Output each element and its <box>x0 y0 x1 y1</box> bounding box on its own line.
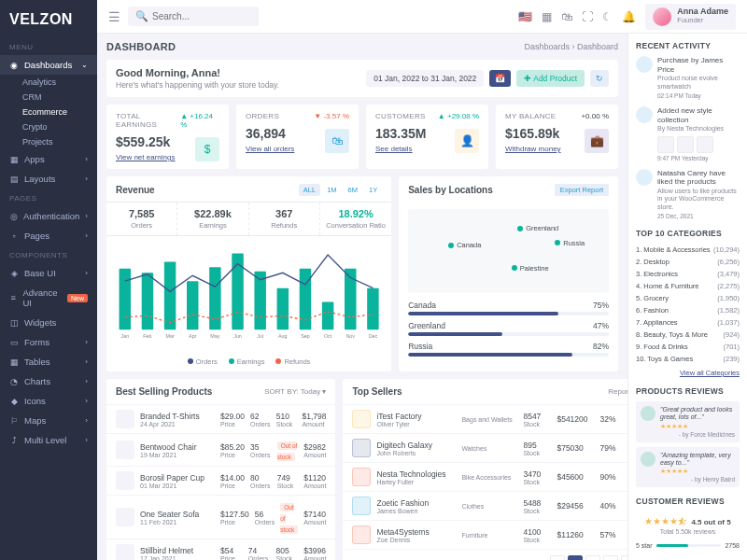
flag-icon[interactable]: 🇺🇸 <box>518 10 532 23</box>
category-row[interactable]: 3. Electronics(3,479) <box>636 268 740 280</box>
brand-logo: VELZON <box>0 7 97 37</box>
review-item: "Amazing template, very easy to..."★★★★★… <box>636 447 740 488</box>
revenue-card: Revenue ALL1M6M1Y 7,585Orders$22.89kEarn… <box>106 176 391 371</box>
report-dropdown[interactable]: Report ▾ <box>608 387 627 396</box>
share-icon: ⤴ <box>9 436 19 445</box>
table-row[interactable]: iTest FactoryOliver Tyler Bags and Walle… <box>343 404 627 433</box>
form-icon: ▭ <box>9 338 19 347</box>
page-prev[interactable]: ← <box>550 555 565 560</box>
sidebar-item-apps[interactable]: ▦Apps› <box>0 149 97 169</box>
table-row[interactable]: Zoetic FashionJames Bowen Clothes 5488St… <box>343 491 627 520</box>
hamburger-icon[interactable]: ☰ <box>108 9 120 24</box>
calendar-icon[interactable]: 📅 <box>489 70 511 87</box>
sidebar-sub-ecommerce[interactable]: Ecommerce <box>0 105 97 119</box>
category-row[interactable]: 4. Home & Furniture(2,275) <box>636 280 740 292</box>
seller-logo <box>352 497 371 515</box>
box-icon: ◈ <box>9 269 19 278</box>
menu-section: PAGES <box>0 189 97 206</box>
svg-rect-7 <box>277 288 289 330</box>
time-tab[interactable]: 1Y <box>364 184 382 196</box>
page-3[interactable]: 3 <box>603 555 618 560</box>
stat-link[interactable]: Withdraw money <box>505 145 561 153</box>
sidebar-sub-crm[interactable]: CRM <box>0 90 97 105</box>
stat-link[interactable]: View net earnings <box>116 153 175 161</box>
page-1[interactable]: 1 <box>568 555 583 560</box>
sidebar-sub-analytics[interactable]: Analytics <box>0 75 97 90</box>
sidebar-item-layouts[interactable]: ▤Layouts› <box>0 169 97 189</box>
moon-icon[interactable]: ☾ <box>602 10 613 23</box>
map-dot: Canada <box>448 241 481 249</box>
category-row[interactable]: 9. Food & Drinks(701) <box>636 341 740 353</box>
sidebar-item-charts[interactable]: ◔Charts› <box>0 371 97 391</box>
stat-link[interactable]: See details <box>375 145 426 153</box>
sidebar-item-forms[interactable]: ▭Forms› <box>0 332 97 352</box>
activity-avatar <box>636 56 653 73</box>
seller-logo <box>352 410 371 428</box>
sidebar-item-auth[interactable]: ◎Authentication› <box>0 206 97 226</box>
user-menu[interactable]: Anna Adame Founder <box>645 4 736 30</box>
category-row[interactable]: 2. Desktop(6,256) <box>636 256 740 268</box>
menu-section: MENU <box>0 37 97 55</box>
table-icon: ▦ <box>9 357 19 367</box>
revenue-title: Revenue <box>116 185 155 195</box>
apps-icon[interactable]: ▦ <box>542 10 552 23</box>
table-row[interactable]: Stillbird Helmet17 Jan 2021 $54Price 74O… <box>106 539 335 560</box>
export-button[interactable]: Export Report <box>555 184 609 196</box>
category-row[interactable]: 7. Appliances(1,037) <box>636 316 740 329</box>
add-product-button[interactable]: ✚ Add Product <box>516 70 585 87</box>
svg-text:May: May <box>210 333 219 339</box>
sidebar-item-widgets[interactable]: ◫Widgets <box>0 313 97 332</box>
table-row[interactable]: Bentwood Chair19 Mar 2021 $85.20Price 35… <box>106 433 335 466</box>
product-image <box>116 441 134 459</box>
time-tab[interactable]: ALL <box>299 184 320 196</box>
table-row[interactable]: Borosil Paper Cup01 Mar 2021 $14.00Price… <box>106 466 335 495</box>
svg-text:Jul: Jul <box>257 333 263 339</box>
page-2[interactable]: 2 <box>585 555 600 560</box>
sidebar-item-maps[interactable]: ⚐Maps› <box>0 411 97 430</box>
cart-icon[interactable]: 🛍 <box>561 10 572 23</box>
stat-icon: 💼 <box>585 129 609 153</box>
chevron-right-icon: › <box>85 175 88 183</box>
time-tab[interactable]: 6M <box>344 184 362 196</box>
fullscreen-icon[interactable]: ⛶ <box>582 10 593 23</box>
table-row[interactable]: Nesta TechnologiesHarley Fuller Bike Acc… <box>343 462 627 491</box>
activity-item: Added new style collectionBy Nesta Techn… <box>636 106 740 161</box>
sidebar-sub-projects[interactable]: Projects <box>0 134 97 149</box>
category-row[interactable]: 1. Mobile & Accessories(10,294) <box>636 244 740 256</box>
greeting-sub: Here's what's happening with your store … <box>116 80 279 90</box>
table-row[interactable]: Digitech GalaxyJohn Roberts Watches 895S… <box>343 433 627 462</box>
sidebar-item-tables[interactable]: ▦Tables› <box>0 352 97 371</box>
table-row[interactable]: Meta4SystemsZoe Dennis Furniture 4100Sto… <box>343 520 627 549</box>
greeting-title: Good Morning, Anna! <box>116 67 279 78</box>
sidebar-item-dashboards[interactable]: ◉Dashboards⌄ <box>0 55 97 75</box>
map-dot: Palestine <box>512 264 549 273</box>
search-box[interactable]: 🔍 <box>128 7 259 26</box>
stack-icon: ≡ <box>9 293 17 302</box>
svg-text:Dec: Dec <box>369 333 378 339</box>
sidebar-item-pages[interactable]: ▫Pages› <box>0 226 97 245</box>
date-range[interactable]: 01 Jan, 2022 to 31 Jan, 2022 <box>366 70 484 87</box>
sidebar-item-icons[interactable]: ◆Icons› <box>0 391 97 411</box>
svg-text:Feb: Feb <box>143 333 151 339</box>
view-all-categories[interactable]: View all Categories <box>636 369 740 377</box>
sidebar-item-advance[interactable]: ≡Advance UINew <box>0 283 97 313</box>
svg-text:Sep: Sep <box>301 333 310 339</box>
sort-by[interactable]: SORT BY: Today ▾ <box>264 387 326 396</box>
table-row[interactable]: Branded T-Shirts24 Apr 2021 $29.00Price … <box>106 404 335 433</box>
table-row[interactable]: One Seater Sofa11 Feb 2021 $127.50Price … <box>106 495 335 539</box>
sidebar-item-multi[interactable]: ⤴Multi Level› <box>0 430 97 450</box>
product-image <box>116 544 134 560</box>
time-tab[interactable]: 1M <box>322 184 341 196</box>
category-row[interactable]: 5. Grocery(1,950) <box>636 292 740 304</box>
product-image <box>116 508 134 526</box>
sidebar-sub-crypto[interactable]: Crypto <box>0 119 97 134</box>
bell-icon[interactable]: 🔔 <box>622 10 636 23</box>
reviewer-avatar <box>641 406 655 421</box>
sidebar-item-baseui[interactable]: ◈Base UI› <box>0 263 97 283</box>
search-input[interactable] <box>152 11 251 21</box>
category-row[interactable]: 6. Fashion(1,582) <box>636 304 740 316</box>
category-row[interactable]: 10. Toys & Games(239) <box>636 353 740 365</box>
category-row[interactable]: 8. Beauty, Toys & More(924) <box>636 329 740 341</box>
stat-link[interactable]: View all orders <box>246 145 294 153</box>
refresh-button[interactable]: ↻ <box>590 70 609 87</box>
